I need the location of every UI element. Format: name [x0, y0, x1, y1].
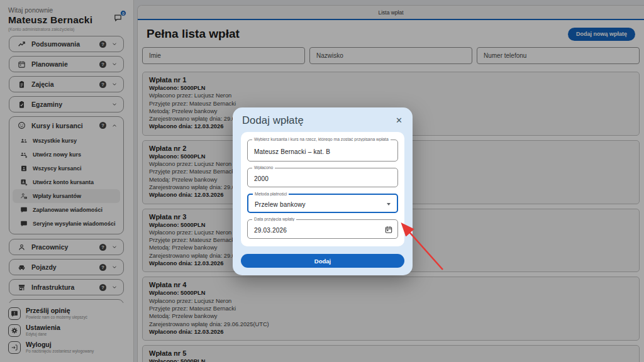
payment-method-label: Metoda płatności: [253, 192, 289, 196]
modal-title: Dodaj wpłatę: [242, 114, 304, 126]
amount-label: Wpłacono: [252, 165, 275, 170]
modal-form: Wybierz kursanta i kurs na rzecz, któreg…: [241, 132, 404, 246]
select-arrow-icon: [387, 203, 391, 206]
payment-date-label: Data przyjęcia wpłaty: [252, 217, 296, 221]
payment-method-value: Przelew bankowy: [255, 201, 306, 208]
payment-date-field[interactable]: Data przyjęcia wpłaty 29.03.2026: [247, 219, 398, 239]
payment-method-select[interactable]: Metoda płatności Przelew bankowy: [247, 194, 398, 213]
calendar-picker-icon[interactable]: [384, 225, 393, 234]
course-select-value: Mateusz Bernacki – kat. B: [254, 148, 330, 155]
amount-field[interactable]: Wpłacono 2000: [247, 168, 398, 187]
close-icon[interactable]: ✕: [396, 116, 402, 124]
payment-date-value: 29.03.2026: [254, 227, 287, 234]
course-select-label: Wybierz kursanta i kurs na rzecz, któreg…: [252, 137, 391, 141]
app-page: Witaj ponownie Mateusz Bernacki (Konto a…: [0, 0, 644, 362]
course-select-field[interactable]: Wybierz kursanta i kurs na rzecz, któreg…: [247, 140, 398, 162]
add-payment-modal: Dodaj wpłatę ✕ Wybierz kursanta i kurs n…: [233, 107, 413, 275]
submit-payment-button[interactable]: Dodaj: [241, 254, 404, 268]
amount-value: 2000: [254, 175, 269, 182]
